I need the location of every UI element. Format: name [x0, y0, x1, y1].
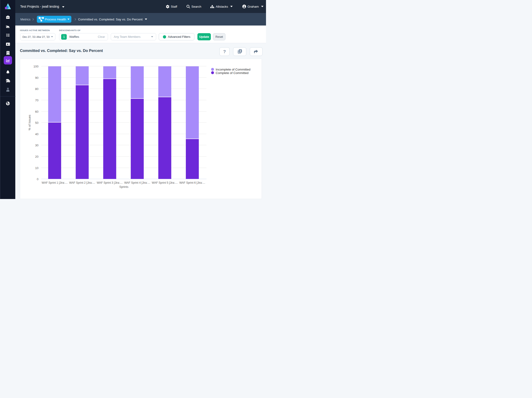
- svg-text:80: 80: [35, 87, 38, 91]
- svg-text:100: 100: [33, 65, 38, 68]
- svg-text:40: 40: [35, 132, 38, 136]
- svg-text:Complete of Committed: Complete of Committed: [216, 71, 249, 75]
- svg-text:20: 20: [35, 155, 38, 158]
- svg-text:WAF Sprint 1 [Jira:…: WAF Sprint 1 [Jira:…: [42, 181, 68, 184]
- svg-text:60: 60: [35, 110, 38, 113]
- svg-text:90: 90: [35, 76, 38, 79]
- svg-text:70: 70: [35, 98, 38, 102]
- svg-text:30: 30: [35, 144, 38, 147]
- svg-text:Incomplete of Committed: Incomplete of Committed: [216, 68, 250, 71]
- svg-text:10: 10: [35, 166, 38, 170]
- svg-text:0: 0: [37, 177, 38, 181]
- svg-text:WAF Sprint 3 [Jira:…: WAF Sprint 3 [Jira:…: [97, 181, 123, 184]
- svg-text:Sprints: Sprints: [119, 185, 128, 189]
- svg-text:50: 50: [35, 121, 38, 124]
- svg-text:WAF Sprint 5 [Jira:…: WAF Sprint 5 [Jira:…: [152, 181, 178, 184]
- svg-text:WAF Sprint 2 [Jira:…: WAF Sprint 2 [Jira:…: [69, 181, 95, 184]
- svg-text:WAF Sprint 6 [Jira:…: WAF Sprint 6 [Jira:…: [179, 181, 205, 184]
- svg-text:WAF Sprint 4 [Jira:…: WAF Sprint 4 [Jira:…: [124, 181, 150, 184]
- svg-text:% of Issues: % of Issues: [28, 115, 32, 130]
